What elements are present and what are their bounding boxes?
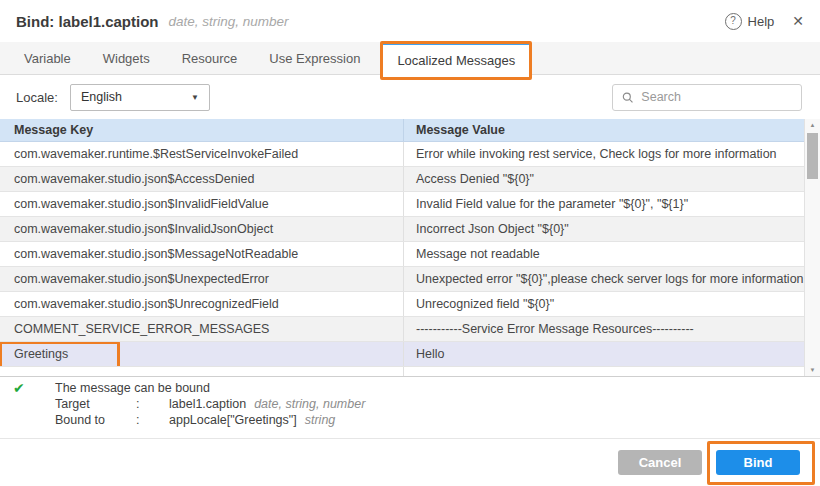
target-types: date, string, number <box>254 397 365 411</box>
tab-widgets[interactable]: Widgets <box>93 42 160 74</box>
messages-table-body: Message Key Message Value com.wavemaker.… <box>0 119 804 376</box>
message-value-cell: Incorrect Json Object "${0}" <box>404 217 804 241</box>
table-row[interactable]: COMMENT_SERVICE_ERROR_MESSAGES ---------… <box>0 317 804 342</box>
message-key-cell: com.wavemaker.studio.json$UnrecognizedFi… <box>0 292 404 316</box>
tab-bar: Variable Widgets Resource Use Expression… <box>0 42 820 75</box>
header-actions: ? Help ✕ <box>725 13 804 30</box>
message-key-cell: com.wavemaker.studio.json$AccessDenied <box>0 167 404 191</box>
binding-summary: ✔ The message can be bound Target : labe… <box>0 380 820 428</box>
binding-bound-line: Bound to : appLocale["Greetings"] string <box>55 412 820 428</box>
locale-label: Locale: <box>16 90 58 105</box>
target-colon: : <box>136 397 169 411</box>
message-key-cell <box>0 367 404 376</box>
help-icon[interactable]: ? <box>725 13 742 30</box>
table-row[interactable]: com.wavemaker.studio.json$InvalidJsonObj… <box>0 217 804 242</box>
tab-variable[interactable]: Variable <box>14 42 81 74</box>
search-icon <box>622 91 633 104</box>
table-row[interactable]: com.wavemaker.studio.json$UnrecognizedFi… <box>0 292 804 317</box>
bound-type: string <box>305 413 336 427</box>
message-value-cell: Error while invoking rest service, Check… <box>404 142 804 166</box>
locale-selected-value: English <box>81 90 122 104</box>
message-key-cell: com.wavemaker.studio.json$InvalidFieldVa… <box>0 192 404 216</box>
message-value-cell: -----------Service Error Message Resourc… <box>404 317 804 341</box>
binding-status-line: The message can be bound <box>55 380 820 396</box>
message-value-cell: Unrecognized field "${0}" <box>404 292 804 316</box>
message-key-cell: com.wavemaker.runtime.$RestServiceInvoke… <box>0 142 404 166</box>
message-value-cell: Hello <box>404 342 804 366</box>
binding-status-text: The message can be bound <box>55 381 210 395</box>
message-key-cell: com.wavemaker.studio.json$UnexpectedErro… <box>0 267 404 291</box>
chevron-down-icon: ▼ <box>191 93 199 102</box>
table-row[interactable]: com.wavemaker.studio.json$UnexpectedErro… <box>0 267 804 292</box>
check-icon: ✔ <box>13 380 25 396</box>
message-key-cell: Greetings <box>0 342 404 366</box>
cancel-button[interactable]: Cancel <box>618 450 702 475</box>
dialog-title: Bind: label1.caption <box>16 13 159 30</box>
message-value-cell: Message not readable <box>404 242 804 266</box>
message-value-cell: Unexpected error "${0}",please check ser… <box>404 267 804 291</box>
messages-table: Message Key Message Value com.wavemaker.… <box>0 119 820 377</box>
column-header-message-value: Message Value <box>404 119 804 141</box>
bind-button-wrap: Bind <box>716 450 800 475</box>
table-row[interactable]: com.wavemaker.runtime.$RestServiceInvoke… <box>0 142 804 167</box>
close-icon[interactable]: ✕ <box>792 13 804 29</box>
table-row-selected-greetings[interactable]: Greetings Hello <box>0 342 804 367</box>
scroll-down-icon[interactable]: ▼ <box>805 367 820 373</box>
search-input[interactable] <box>639 89 792 105</box>
message-key-cell: com.wavemaker.studio.json$InvalidJsonObj… <box>0 217 404 241</box>
binding-target-line: Target : label1.caption date, string, nu… <box>55 396 820 412</box>
table-row[interactable]: com.wavemaker.studio.json$InvalidFieldVa… <box>0 192 804 217</box>
scroll-up-icon[interactable]: ▲ <box>805 122 820 128</box>
table-row-partial[interactable] <box>0 367 804 376</box>
message-key-text: Greetings <box>14 347 68 361</box>
table-row[interactable]: com.wavemaker.studio.json$AccessDenied A… <box>0 167 804 192</box>
bind-button[interactable]: Bind <box>716 450 800 475</box>
message-value-cell: Invalid Field value for the parameter "$… <box>404 192 804 216</box>
tab-localized-messages-label: Localized Messages <box>397 53 515 68</box>
table-scrollbar[interactable]: ▲ ▼ <box>804 119 820 376</box>
bound-to-label: Bound to <box>55 413 136 427</box>
bound-colon: : <box>136 413 169 427</box>
locale-select[interactable]: English ▼ <box>70 84 210 111</box>
target-value: label1.caption <box>169 397 246 411</box>
dialog-subtitle-types: date, string, number <box>169 14 289 29</box>
tab-localized-messages[interactable]: Localized Messages <box>382 42 530 75</box>
target-label: Target <box>55 397 136 411</box>
tab-use-expression[interactable]: Use Expression <box>259 42 370 74</box>
bind-dialog: Bind: label1.caption date, string, numbe… <box>0 0 820 486</box>
tab-resource[interactable]: Resource <box>172 42 248 74</box>
help-link[interactable]: Help <box>748 14 775 29</box>
column-header-message-key: Message Key <box>0 119 404 141</box>
bound-value: appLocale["Greetings"] <box>169 413 297 427</box>
toolbar: Locale: English ▼ <box>0 76 820 118</box>
table-row[interactable]: com.wavemaker.studio.json$MessageNotRead… <box>0 242 804 267</box>
message-value-cell: Access Denied "${0}" <box>404 167 804 191</box>
footer-divider <box>0 438 820 439</box>
dialog-header: Bind: label1.caption date, string, numbe… <box>0 0 820 42</box>
message-key-cell: COMMENT_SERVICE_ERROR_MESSAGES <box>0 317 404 341</box>
scrollbar-thumb[interactable] <box>807 133 818 179</box>
message-value-cell <box>404 367 804 376</box>
message-key-cell: com.wavemaker.studio.json$MessageNotRead… <box>0 242 404 266</box>
table-header-row: Message Key Message Value <box>0 119 804 142</box>
search-box[interactable] <box>612 84 802 111</box>
